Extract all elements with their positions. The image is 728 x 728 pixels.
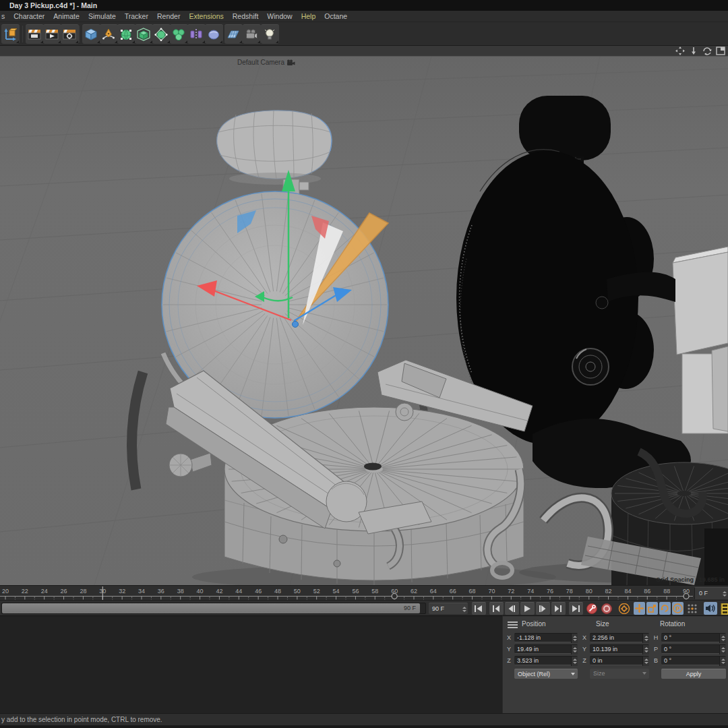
floor-grid-button[interactable] — [224, 24, 243, 44]
spline-pen-button[interactable] — [100, 24, 118, 44]
gizmo-center[interactable] — [293, 322, 299, 328]
menu-item-redshift[interactable]: Redshift — [233, 12, 259, 20]
menu-item-tracker[interactable]: Tracker — [125, 12, 148, 20]
timeline-slider[interactable]: 90 F — [1, 603, 426, 614]
render-picture-viewer-button[interactable] — [43, 24, 61, 44]
stepper-icon[interactable] — [642, 657, 649, 666]
stepper-icon[interactable] — [571, 634, 578, 643]
pan-icon[interactable] — [675, 47, 685, 55]
stepper-icon[interactable] — [642, 645, 649, 655]
point-level-animation-toggle[interactable] — [686, 602, 700, 615]
play-icon — [522, 605, 532, 613]
goto-end-button[interactable] — [569, 602, 583, 615]
rotation-b-input[interactable]: 0 ° — [661, 656, 726, 665]
menu-bar: sCharacterAnimateSimulateTrackerRenderEx… — [0, 11, 728, 22]
keyframe-selection-button[interactable] — [617, 602, 631, 615]
render-view-icon — [28, 28, 41, 41]
svg-text:84: 84 — [624, 588, 631, 595]
volume-builder-button[interactable] — [135, 24, 153, 44]
svg-text:44: 44 — [235, 588, 242, 595]
toggle-view-icon[interactable] — [716, 47, 725, 55]
record-keyframe-button[interactable] — [585, 602, 599, 615]
rotation-p-input[interactable]: 0 ° — [661, 644, 726, 654]
transport-bar: 90 F 90 F — [0, 600, 728, 615]
stepper-icon[interactable] — [721, 589, 727, 598]
current-frame-field[interactable]: 90 F — [429, 603, 468, 614]
stepper-icon[interactable] — [719, 645, 726, 655]
svg-text:80: 80 — [586, 588, 593, 595]
goto-start-button[interactable] — [472, 602, 486, 615]
timeline-slider-value: 90 F — [404, 603, 416, 613]
position-y-input[interactable]: 19.49 in — [514, 644, 578, 654]
camera-button[interactable] — [243, 24, 261, 44]
camera-label[interactable]: Default Camera — [222, 59, 310, 66]
svg-text:38: 38 — [177, 588, 184, 595]
stepper-icon[interactable] — [571, 657, 578, 666]
viewport-canvas[interactable] — [0, 57, 728, 585]
primitive-cube-button[interactable] — [82, 24, 100, 44]
parameter-keys-toggle[interactable]: P — [672, 602, 684, 615]
axes-move-tool-button[interactable] — [1, 24, 20, 44]
menu-item-window[interactable]: Window — [267, 12, 292, 20]
next-frame-button[interactable] — [536, 602, 550, 615]
render-settings-button[interactable] — [61, 24, 79, 44]
autokey-button[interactable] — [600, 602, 613, 615]
cloner-button[interactable] — [170, 24, 188, 44]
viewport[interactable]: Default Camera Grid Spacing : 19.685 in — [0, 46, 728, 585]
size-x-input[interactable]: 2.256 in — [590, 633, 649, 642]
stepper-icon[interactable] — [571, 645, 578, 655]
menu-item-help[interactable]: Help — [301, 12, 316, 20]
field-button[interactable] — [205, 24, 223, 44]
frame-end-field[interactable]: 0 F — [694, 587, 728, 599]
menu-item-animate[interactable]: Animate — [53, 12, 80, 20]
grid-spacing-label: Grid Spacing : 19.685 in — [656, 576, 725, 583]
rotation-h-label: H — [652, 634, 660, 641]
scale-keys-toggle[interactable] — [646, 602, 658, 615]
zoom-icon[interactable] — [689, 47, 698, 55]
size-x-label: X — [580, 634, 588, 641]
dark-chair-wheel — [572, 348, 609, 385]
light-icon — [263, 28, 276, 41]
sound-button[interactable] — [704, 602, 717, 615]
parameter-keys-icon: P — [673, 603, 683, 613]
render-view-button[interactable] — [26, 24, 44, 44]
menu-item-character[interactable]: Character — [13, 12, 44, 20]
size-mode-dropdown[interactable]: Size — [590, 669, 649, 679]
size-y-input[interactable]: 10.139 in — [590, 644, 649, 654]
stepper-icon[interactable] — [719, 634, 726, 643]
rotation-keys-toggle[interactable] — [659, 602, 671, 615]
position-keys-toggle[interactable] — [634, 602, 645, 615]
rotation-p-label: P — [652, 646, 660, 653]
window-title: Day 3 Pickup.c4d *] - Main — [9, 1, 97, 9]
svg-text:66: 66 — [450, 588, 456, 595]
light-button[interactable] — [261, 24, 279, 44]
symmetry-button[interactable] — [187, 24, 206, 44]
position-z-input[interactable]: 3.523 in — [514, 656, 578, 665]
menu-item-s[interactable]: s — [1, 12, 5, 20]
play-button[interactable] — [520, 602, 535, 615]
prev-frame-button[interactable] — [505, 602, 519, 615]
coordinate-mode-dropdown[interactable]: Object (Rel) — [514, 669, 578, 679]
rotation-h-input[interactable]: 0 ° — [661, 633, 726, 642]
menu-item-simulate[interactable]: Simulate — [88, 12, 116, 20]
menu-item-octane[interactable]: Octane — [324, 12, 347, 20]
toolbar — [0, 22, 728, 46]
stepper-icon[interactable] — [642, 634, 649, 643]
stepper-icon[interactable] — [719, 657, 726, 666]
next-key-button[interactable] — [551, 602, 566, 615]
stepper-icon[interactable] — [461, 605, 467, 613]
timeline-ruler[interactable]: 2022242628303234363840424446485052545658… — [0, 585, 728, 600]
size-z-input[interactable]: 0 in — [590, 656, 649, 665]
deformer-button[interactable] — [152, 24, 171, 44]
svg-text:56: 56 — [352, 588, 359, 595]
keyframe-bar-button[interactable] — [720, 602, 728, 615]
rotate-icon[interactable] — [702, 47, 712, 55]
svg-text:32: 32 — [119, 588, 125, 595]
apply-button[interactable]: Apply — [661, 669, 726, 679]
subdivision-surface-button[interactable] — [117, 24, 135, 44]
menu-item-render[interactable]: Render — [157, 12, 180, 20]
coordinates-menu-icon[interactable] — [508, 621, 518, 628]
menu-item-extensions[interactable]: Extensions — [189, 12, 223, 20]
position-x-input[interactable]: -1.128 in — [514, 633, 578, 642]
prev-key-button[interactable] — [489, 602, 504, 615]
